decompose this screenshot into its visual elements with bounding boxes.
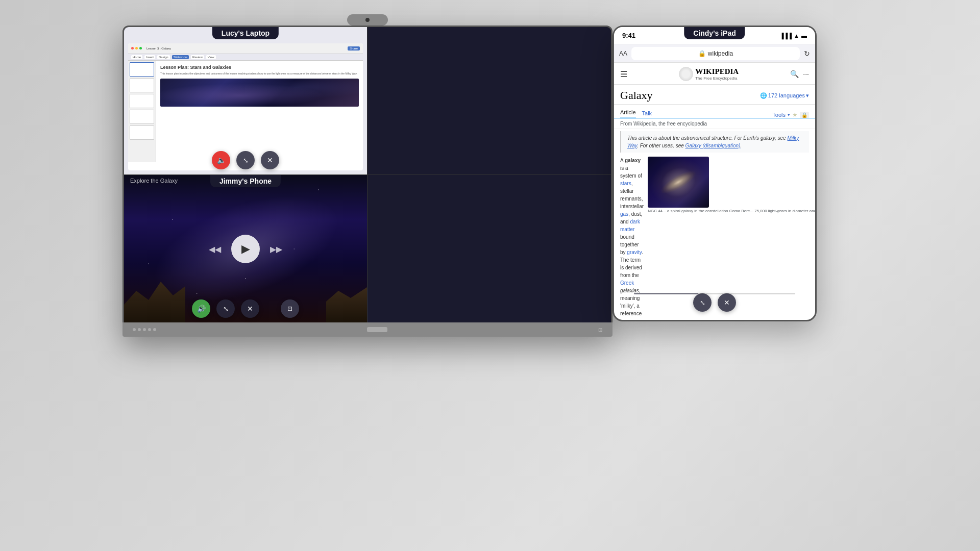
- url-text: wikipedia: [708, 50, 733, 57]
- text-size-button[interactable]: AA: [619, 50, 627, 57]
- explore-label: Explore the Galaxy: [130, 178, 178, 184]
- url-field[interactable]: 🔒 wikipedia: [631, 47, 800, 60]
- close-icon: ✕: [724, 298, 730, 307]
- wiki-hatnote: This article is about the astronomical s…: [620, 131, 809, 153]
- galaxy-image: [648, 157, 709, 208]
- slide-thumb-4[interactable]: [130, 110, 154, 124]
- board-bottom-bar: ⊡: [122, 322, 612, 337]
- wiki-logo: WIKIPEDIA The Free Encyclopedia: [679, 67, 739, 81]
- laptop-toolbar: Lesson 3 : Galaxy Share: [128, 43, 363, 54]
- tools-chevron-icon: ▾: [788, 112, 790, 117]
- status-dot-4: [148, 328, 151, 331]
- tab-review[interactable]: Review: [191, 55, 204, 59]
- battery-icon: ▬: [801, 33, 807, 39]
- board-icon: ⊡: [598, 327, 602, 333]
- jimmy-close-button[interactable]: ✕: [241, 299, 259, 318]
- status-dot-5: [153, 328, 156, 331]
- slide-title: Lesson Plan: Stars and Galaxies: [160, 65, 359, 70]
- camera-bar: [122, 14, 612, 26]
- tab-insert[interactable]: Insert: [144, 55, 155, 59]
- tab-view[interactable]: View: [206, 55, 216, 59]
- wiki-title: WIKIPEDIA: [695, 67, 739, 76]
- wiki-from-line: From Wikipedia, the free encyclopedia: [614, 119, 815, 129]
- minimize-dot: [135, 47, 138, 49]
- pip-icon: ⊡: [287, 305, 292, 312]
- slide-thumb-1[interactable]: [130, 62, 154, 77]
- ipad-close-button[interactable]: ✕: [718, 293, 736, 312]
- chevron-down-icon: ▾: [806, 92, 809, 99]
- jimmy-volume-button[interactable]: 🔊: [192, 299, 210, 318]
- slide-main: Lesson Plan: Stars and Galaxies This les…: [156, 61, 363, 162]
- star-icon[interactable]: ★: [792, 111, 798, 118]
- play-button[interactable]: ▶: [231, 235, 260, 263]
- wiki-image-caption: NGC 44... a spiral galaxy in the constel…: [648, 208, 817, 215]
- search-icon[interactable]: 🔍: [790, 70, 799, 78]
- tab-article[interactable]: Article: [620, 109, 636, 118]
- wifi-icon: ▲: [794, 33, 799, 39]
- ipad-controls: ⤡ ✕: [693, 293, 736, 312]
- lucy-close-button[interactable]: ✕: [261, 151, 279, 169]
- camera-dot: [365, 18, 370, 22]
- volume-icon: 🔊: [197, 305, 206, 313]
- share-button[interactable]: Share: [348, 46, 360, 51]
- bottom-right-quadrant: [368, 175, 611, 323]
- wiki-tools[interactable]: Tools: [772, 112, 786, 118]
- tab-design[interactable]: Design: [157, 55, 170, 59]
- status-dot-1: [133, 328, 136, 331]
- forward-button[interactable]: ▶▶: [270, 244, 282, 254]
- translate-icon: 🌐: [760, 92, 767, 99]
- top-right-quadrant: [368, 27, 611, 175]
- ipad-progress-bar: [634, 293, 795, 294]
- ipad-status-icons: ▐▐▐ ▲ ▬: [780, 33, 807, 39]
- slide-thumb-5[interactable]: [130, 126, 154, 140]
- wiki-menu-icon[interactable]: ☰: [620, 69, 627, 79]
- ipad-time: 9:41: [622, 32, 635, 39]
- signal-icon: ▐▐▐: [780, 33, 792, 39]
- status-dot-3: [143, 328, 146, 331]
- quadrant-grid: Lucy's Laptop Lesson 3 : Galaxy Share Ho…: [124, 27, 611, 323]
- slide-galaxy-image: [160, 79, 359, 107]
- galaxy-glow: [648, 157, 709, 208]
- jimmy-compress-button[interactable]: ⤡: [216, 299, 235, 318]
- lock-icon: 🔒: [698, 50, 706, 57]
- wiki-header: ☰ WIKIPEDIA The Free Encyclopedia 🔍 ···: [614, 63, 815, 85]
- wiki-tabs: Article Talk Tools ▾ ★ 🔒: [614, 105, 815, 119]
- window-title: Lesson 3 : Galaxy: [146, 47, 171, 50]
- video-controls: ◀◀ ▶ ▶▶: [209, 235, 282, 263]
- laptop-ribbon: Home Insert Design Slideshow Review View: [128, 54, 363, 61]
- tab-home[interactable]: Home: [131, 55, 142, 59]
- ipad-progress-fill: [634, 293, 698, 294]
- lucy-device-label: Lucy's Laptop: [212, 27, 279, 39]
- language-count: 172 languages: [768, 92, 805, 98]
- close-dot: [131, 47, 134, 49]
- lucy-compress-button[interactable]: ⤡: [236, 151, 255, 169]
- lucy-controls: 🔈 ⤡ ✕: [124, 151, 367, 169]
- lock-small-icon: 🔒: [800, 112, 809, 118]
- tab-slideshow[interactable]: Slideshow: [172, 55, 189, 59]
- slide-thumb-3[interactable]: [130, 94, 154, 108]
- slide-thumbnails: [128, 61, 156, 162]
- wiki-text: A galaxy is a system of stars, stellar r…: [620, 157, 644, 321]
- wiki-header-actions: 🔍 ···: [790, 70, 809, 78]
- more-icon[interactable]: ···: [803, 70, 809, 78]
- jimmy-pip-button[interactable]: ⊡: [281, 299, 299, 318]
- lucy-mute-button[interactable]: 🔈: [212, 151, 230, 169]
- jimmy-device-label: Jimmy's Phone: [210, 175, 281, 187]
- ipad-url-bar[interactable]: AA 🔒 wikipedia ↻: [614, 44, 815, 63]
- rewind-button[interactable]: ◀◀: [209, 244, 221, 254]
- compress-icon: ⤡: [223, 305, 229, 313]
- wiki-language-selector[interactable]: 🌐 172 languages ▾: [760, 92, 809, 99]
- close-icon: ✕: [247, 305, 253, 313]
- ipad-compress-button[interactable]: ⤡: [693, 293, 712, 312]
- wiki-subtitle: The Free Encyclopedia: [695, 76, 739, 81]
- rewind-icon: ◀◀: [209, 245, 221, 254]
- reload-button[interactable]: ↻: [804, 49, 810, 58]
- wiki-title-row: Galaxy 🌐 172 languages ▾: [614, 85, 815, 105]
- tab-talk[interactable]: Talk: [642, 110, 652, 118]
- wiki-page-title: Galaxy: [620, 89, 653, 102]
- mute-icon: 🔈: [217, 156, 226, 164]
- slide-thumb-2[interactable]: [130, 78, 154, 92]
- galaxy-disambig-link[interactable]: Galaxy (disambiguation): [685, 143, 741, 148]
- display-board: Lucy's Laptop Lesson 3 : Galaxy Share Ho…: [122, 26, 612, 337]
- cindy-device-label: Cindy's iPad: [684, 27, 745, 39]
